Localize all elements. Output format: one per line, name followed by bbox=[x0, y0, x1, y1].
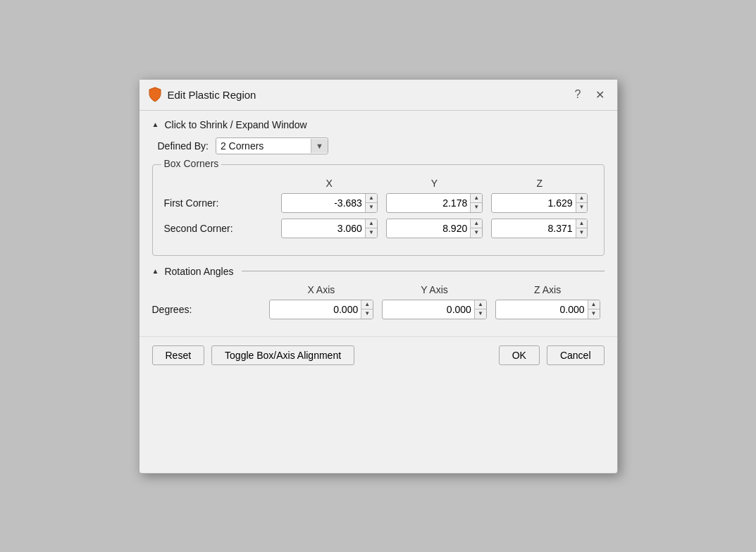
second-corner-z-field: ▲ ▼ bbox=[491, 219, 588, 238]
box-corners-header-row: X Y Z bbox=[164, 178, 593, 193]
second-corner-y-field: ▲ ▼ bbox=[386, 219, 483, 238]
degrees-x-up[interactable]: ▲ bbox=[361, 300, 373, 310]
defined-by-select[interactable]: 2 Corners ▼ bbox=[216, 137, 328, 154]
shield-icon bbox=[148, 87, 162, 102]
first-corner-z-field: ▲ ▼ bbox=[491, 193, 588, 213]
second-corner-y-spinners: ▲ ▼ bbox=[470, 219, 482, 238]
degrees-z-spinners: ▲ ▼ bbox=[588, 300, 600, 319]
first-corner-x-field: ▲ ▼ bbox=[281, 193, 378, 213]
rotation-header-empty bbox=[152, 284, 265, 295]
first-corner-y-down[interactable]: ▼ bbox=[471, 203, 482, 212]
rotation-arrow-icon: ▲ bbox=[152, 267, 159, 275]
box-corners-grid: X Y Z First Corner: ▲ ▼ bbox=[164, 178, 593, 238]
degrees-y-up[interactable]: ▲ bbox=[475, 300, 486, 310]
shrink-expand-arrow: ▲ bbox=[152, 121, 159, 128]
degrees-z-field: ▲ ▼ bbox=[495, 300, 600, 319]
box-corners-fieldset: Box Corners X Y Z First Corner: ▲ bbox=[152, 164, 605, 256]
box-corners-legend: Box Corners bbox=[161, 158, 222, 169]
first-corner-x-spinners: ▲ ▼ bbox=[365, 194, 377, 212]
first-corner-y-up[interactable]: ▲ bbox=[471, 194, 482, 204]
first-corner-z-down[interactable]: ▼ bbox=[576, 203, 588, 212]
second-corner-z-spinners: ▲ ▼ bbox=[576, 219, 588, 238]
shrink-expand-label: Click to Shrink / Expand Window bbox=[164, 119, 306, 130]
shrink-expand-header[interactable]: ▲ Click to Shrink / Expand Window bbox=[152, 119, 605, 130]
second-corner-z-up[interactable]: ▲ bbox=[576, 219, 588, 229]
degrees-y-field: ▲ ▼ bbox=[382, 300, 487, 319]
degrees-x-spinners: ▲ ▼ bbox=[361, 300, 373, 319]
second-corner-y-up[interactable]: ▲ bbox=[471, 219, 482, 229]
first-corner-z-input[interactable] bbox=[492, 196, 575, 210]
second-corner-z-input[interactable] bbox=[492, 221, 575, 235]
col-x-header: X bbox=[277, 178, 382, 189]
first-corner-z-spinners: ▲ ▼ bbox=[576, 194, 588, 212]
rotation-section-label: Rotation Angles bbox=[164, 266, 233, 277]
defined-by-label: Defined By: bbox=[158, 140, 209, 152]
rotation-section-header[interactable]: ▲ Rotation Angles bbox=[152, 266, 605, 277]
first-corner-z-up[interactable]: ▲ bbox=[576, 194, 588, 204]
second-corner-x-up[interactable]: ▲ bbox=[366, 219, 377, 229]
degrees-y-input[interactable] bbox=[383, 302, 474, 317]
second-corner-x-input[interactable] bbox=[282, 221, 365, 235]
rotation-section: ▲ Rotation Angles X Axis Y Axis Z Axis D… bbox=[152, 266, 605, 319]
second-corner-label: Second Corner: bbox=[164, 223, 277, 234]
degrees-y-down[interactable]: ▼ bbox=[475, 309, 486, 319]
first-corner-label: First Corner: bbox=[164, 197, 277, 209]
first-corner-y-spinners: ▲ ▼ bbox=[470, 194, 482, 212]
degrees-z-down[interactable]: ▼ bbox=[588, 309, 600, 319]
degrees-z-up[interactable]: ▲ bbox=[588, 300, 600, 310]
second-corner-x-field: ▲ ▼ bbox=[281, 219, 378, 238]
title-bar: Edit Plastic Region ? ✕ bbox=[140, 80, 617, 111]
col-y-header: Y bbox=[382, 178, 487, 189]
dialog-body: ▲ Click to Shrink / Expand Window Define… bbox=[140, 111, 617, 336]
rotation-grid: X Axis Y Axis Z Axis Degrees: ▲ ▼ bbox=[152, 284, 605, 319]
first-corner-x-down[interactable]: ▼ bbox=[366, 203, 377, 212]
second-corner-y-input[interactable] bbox=[387, 221, 470, 235]
degrees-z-input[interactable] bbox=[496, 302, 588, 317]
degrees-y-spinners: ▲ ▼ bbox=[474, 300, 486, 319]
help-button[interactable]: ? bbox=[571, 87, 585, 102]
degrees-x-input[interactable] bbox=[270, 302, 361, 317]
rotation-x-header: X Axis bbox=[265, 284, 378, 295]
degrees-label: Degrees: bbox=[152, 304, 265, 315]
first-corner-row: First Corner: ▲ ▼ ▲ ▼ bbox=[164, 193, 593, 213]
dropdown-arrow-icon: ▼ bbox=[311, 139, 328, 153]
degrees-x-field: ▲ ▼ bbox=[269, 300, 374, 319]
first-corner-y-input[interactable] bbox=[387, 196, 470, 210]
cancel-button[interactable]: Cancel bbox=[547, 345, 605, 365]
header-empty bbox=[164, 178, 277, 189]
second-corner-z-down[interactable]: ▼ bbox=[576, 228, 588, 238]
defined-by-value: 2 Corners bbox=[221, 140, 285, 152]
second-corner-x-spinners: ▲ ▼ bbox=[365, 219, 377, 238]
ok-button[interactable]: OK bbox=[499, 345, 540, 365]
degrees-x-down[interactable]: ▼ bbox=[361, 309, 373, 319]
close-button[interactable]: ✕ bbox=[591, 87, 609, 103]
reset-button[interactable]: Reset bbox=[152, 345, 205, 365]
second-corner-row: Second Corner: ▲ ▼ ▲ ▼ bbox=[164, 219, 593, 238]
col-z-header: Z bbox=[487, 178, 592, 189]
defined-by-row: Defined By: 2 Corners ▼ bbox=[158, 137, 605, 154]
dialog-title: Edit Plastic Region bbox=[168, 89, 565, 101]
second-corner-y-down[interactable]: ▼ bbox=[471, 228, 482, 238]
rotation-z-header: Z Axis bbox=[491, 284, 605, 295]
rotation-header-row: X Axis Y Axis Z Axis bbox=[152, 284, 605, 300]
first-corner-y-field: ▲ ▼ bbox=[386, 193, 483, 213]
rotation-divider bbox=[242, 271, 604, 271]
toggle-button[interactable]: Toggle Box/Axis Alignment bbox=[211, 345, 354, 365]
edit-plastic-region-dialog: Edit Plastic Region ? ✕ ▲ Click to Shrin… bbox=[139, 79, 618, 474]
rotation-y-header: Y Axis bbox=[378, 284, 491, 295]
first-corner-x-input[interactable] bbox=[282, 196, 365, 210]
dialog-footer: Reset Toggle Box/Axis Alignment OK Cance… bbox=[140, 336, 617, 375]
degrees-row: Degrees: ▲ ▼ ▲ ▼ bbox=[152, 300, 605, 319]
first-corner-x-up[interactable]: ▲ bbox=[366, 194, 377, 204]
second-corner-x-down[interactable]: ▼ bbox=[366, 228, 377, 238]
